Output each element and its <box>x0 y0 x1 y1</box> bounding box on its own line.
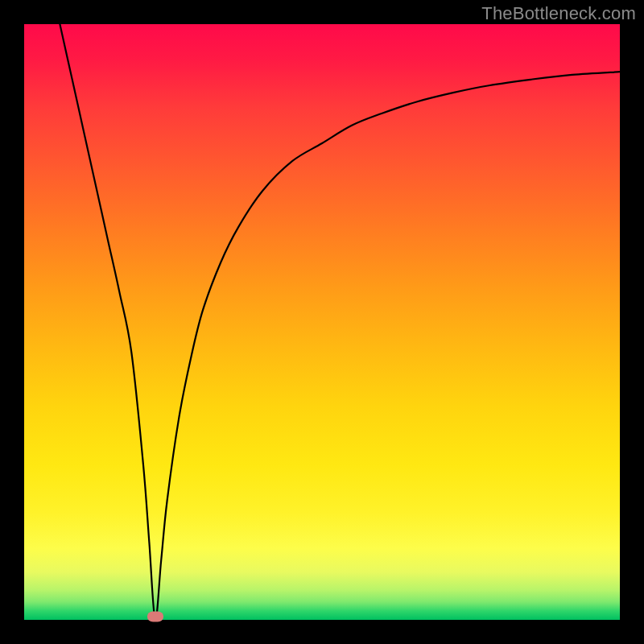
bottleneck-curve-path <box>60 24 620 620</box>
chart-frame <box>24 24 620 620</box>
minimum-marker <box>147 612 163 622</box>
watermark-text: TheBottleneck.com <box>481 3 636 24</box>
chart-curve-svg <box>24 24 620 620</box>
